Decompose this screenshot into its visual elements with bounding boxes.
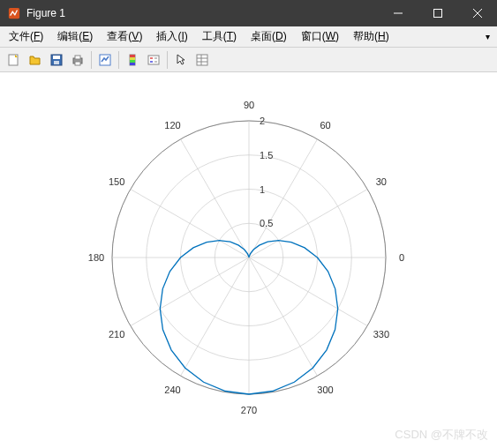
- polar-axes: 03060901201501802102402703003300.511.52: [0, 72, 497, 448]
- svg-rect-2: [433, 10, 441, 18]
- svg-line-46: [131, 258, 249, 326]
- print-button[interactable]: [67, 49, 88, 71]
- svg-text:150: 150: [109, 176, 124, 187]
- save-button[interactable]: [46, 49, 67, 71]
- svg-text:240: 240: [164, 385, 180, 395]
- svg-text:270: 270: [241, 405, 257, 415]
- svg-line-52: [249, 258, 318, 376]
- svg-text:60: 60: [320, 120, 330, 131]
- colorbar-button[interactable]: [122, 49, 143, 71]
- property-inspector-button[interactable]: [192, 49, 213, 71]
- menu-view[interactable]: 查看(V): [100, 26, 149, 47]
- toolbar-separator: [118, 51, 119, 69]
- toolbar-separator: [91, 51, 92, 69]
- svg-text:90: 90: [244, 100, 254, 110]
- svg-text:0: 0: [399, 252, 404, 263]
- matlab-icon: [7, 6, 21, 20]
- edit-plot-button[interactable]: [170, 49, 192, 71]
- figure-canvas[interactable]: 03060901201501802102402703003300.511.52 …: [0, 72, 497, 448]
- svg-text:210: 210: [109, 329, 124, 340]
- svg-rect-23: [197, 55, 207, 65]
- svg-text:300: 300: [317, 385, 333, 395]
- open-button[interactable]: [25, 49, 46, 71]
- menu-tools[interactable]: 工具(T): [195, 26, 244, 47]
- svg-line-48: [181, 258, 250, 376]
- window-title: Figure 1: [26, 7, 378, 19]
- link-button[interactable]: [94, 49, 116, 71]
- svg-rect-17: [130, 63, 135, 65]
- svg-rect-18: [148, 56, 159, 64]
- svg-line-54: [249, 258, 367, 326]
- legend-button[interactable]: [143, 49, 164, 71]
- menu-edit[interactable]: 编辑(E): [50, 26, 100, 47]
- svg-text:2: 2: [260, 116, 265, 126]
- svg-text:1.5: 1.5: [260, 150, 273, 161]
- svg-line-42: [131, 190, 249, 258]
- svg-rect-8: [54, 61, 59, 64]
- svg-rect-7: [53, 56, 60, 59]
- svg-text:0.5: 0.5: [260, 218, 273, 228]
- svg-text:180: 180: [88, 252, 104, 263]
- menu-desktop[interactable]: 桌面(D): [244, 26, 294, 47]
- menu-window[interactable]: 窗口(W): [294, 26, 346, 47]
- svg-rect-16: [130, 60, 135, 63]
- svg-rect-10: [75, 56, 80, 59]
- svg-text:330: 330: [373, 329, 389, 340]
- svg-text:1: 1: [260, 184, 265, 195]
- close-button[interactable]: [457, 0, 497, 26]
- svg-rect-14: [130, 55, 135, 57]
- window-buttons: [378, 0, 497, 26]
- menu-file[interactable]: 文件(F): [2, 26, 50, 47]
- menu-insert[interactable]: 插入(I): [149, 26, 194, 47]
- minimize-button[interactable]: [378, 0, 418, 26]
- watermark: CSDN @不牌不改: [395, 427, 488, 443]
- svg-text:120: 120: [164, 120, 180, 131]
- titlebar: Figure 1: [0, 0, 497, 26]
- svg-line-40: [181, 139, 250, 258]
- menubar: 文件(F) 编辑(E) 查看(V) 插入(I) 工具(T) 桌面(D) 窗口(W…: [0, 26, 497, 48]
- svg-text:30: 30: [376, 176, 387, 187]
- svg-rect-15: [130, 57, 135, 60]
- toolbar-separator: [167, 51, 168, 69]
- svg-rect-11: [75, 62, 80, 65]
- new-figure-button[interactable]: [4, 49, 25, 71]
- toolbar: [0, 48, 497, 72]
- menu-help[interactable]: 帮助(H): [346, 26, 396, 47]
- menu-overflow-icon[interactable]: ▾: [480, 32, 495, 41]
- maximize-button[interactable]: [418, 0, 457, 26]
